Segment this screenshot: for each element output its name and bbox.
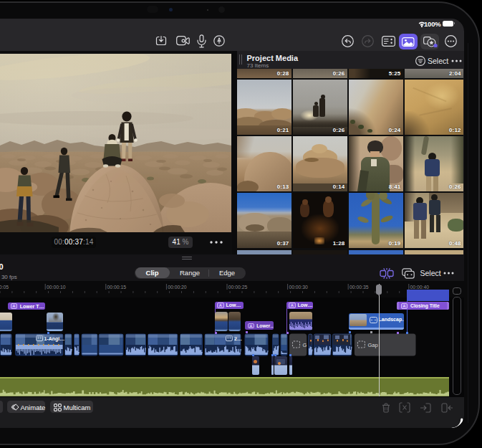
svg-text:00:00:35: 00:00:35 [350,285,369,290]
svg-text:00:00:30: 00:00:30 [289,285,308,290]
svg-text:Gap: Gap [367,342,377,348]
svg-text:00:00:05: 00:00:05 [0,285,9,290]
svg-text:00:00:40: 00:00:40 [410,285,430,290]
svg-text:00:00:20: 00:00:20 [168,285,187,290]
svg-text:00:00:10: 00:00:10 [47,285,66,290]
svg-text:00:00:15: 00:00:15 [107,285,127,290]
svg-text:G: G [303,342,307,348]
svg-text:00:00:25: 00:00:25 [228,285,248,290]
